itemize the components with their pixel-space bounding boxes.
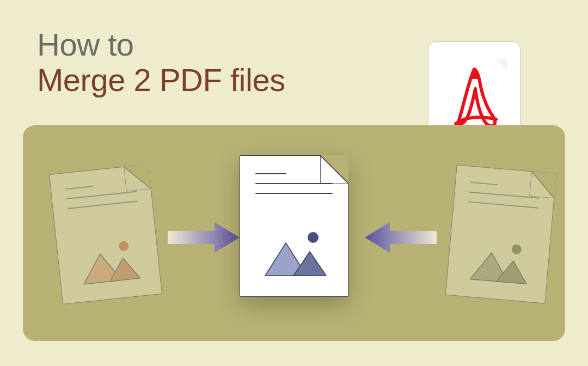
mountains-image-icon	[254, 228, 335, 282]
arrow-left-icon	[365, 218, 437, 257]
mountains-image-icon	[459, 235, 539, 290]
merged-document	[240, 155, 348, 297]
text-lines-icon	[65, 181, 139, 218]
arrow-right-icon	[168, 218, 240, 257]
text-lines-icon	[255, 173, 333, 203]
svg-point-5	[119, 241, 130, 252]
svg-marker-17	[365, 222, 437, 253]
svg-point-23	[308, 232, 318, 243]
page-title: How to Merge 2 PDF files	[37, 27, 285, 98]
illustration-stage	[23, 125, 565, 341]
source-document-right	[445, 164, 556, 303]
mountains-image-icon	[69, 234, 150, 291]
title-line-2: Merge 2 PDF files	[37, 63, 285, 98]
text-lines-icon	[467, 182, 540, 217]
title-line-1: How to	[37, 27, 285, 63]
svg-marker-16	[168, 222, 240, 253]
source-document-left	[49, 164, 162, 304]
svg-point-13	[511, 244, 522, 255]
